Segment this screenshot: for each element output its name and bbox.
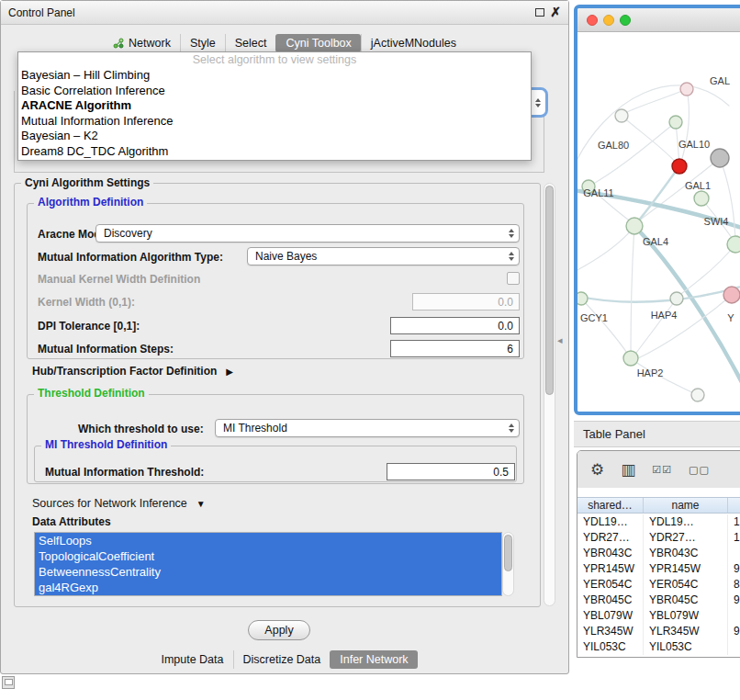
network-node[interactable] [623, 351, 638, 366]
algorithm-option-mutual-information-inference[interactable]: Mutual Information Inference [18, 114, 531, 130]
tab-cyni-toolbox[interactable]: Cyni Toolbox [275, 34, 360, 52]
column-header-name[interactable]: name [644, 498, 728, 513]
table-row[interactable]: YDR27…YDR27…12 [577, 530, 740, 546]
hub-definition-toggle[interactable]: Hub/Transcription Factor Definition ▶ [32, 365, 233, 378]
network-node[interactable] [723, 287, 740, 303]
network-node-label-swi4: SWI4 [704, 216, 729, 227]
close-window-button[interactable] [587, 15, 598, 26]
tab-style[interactable]: Style [180, 34, 225, 52]
table-row[interactable]: YBL079WYBL079W [577, 608, 740, 624]
aracne-mode-select[interactable]: Discovery [95, 224, 520, 243]
algorithm-dropdown-popup: Select algorithm to view settings Bayesi… [17, 51, 532, 161]
table-cell: 9. [728, 593, 740, 608]
tab-discretize-data[interactable]: Discretize Data [233, 650, 331, 669]
mi-type-select[interactable]: Naive Bayes [247, 247, 520, 265]
screen: Control Panel ✗ NetworkStyleSelectCyni T… [0, 0, 740, 700]
network-node-label-y: Y [727, 312, 734, 323]
scrollbar-thumb[interactable] [545, 186, 554, 395]
cyni-bottom-tabs: Impute DataDiscretize DataInfer Network [1, 649, 568, 671]
network-node-label-gal80: GAL80 [598, 140, 629, 151]
network-node[interactable] [615, 109, 628, 122]
table-cell: YBR045C [577, 593, 644, 608]
combo-arrows-icon [509, 229, 514, 238]
table-toolbar: ⚙ ▥ ☑☑ ▢▢ [577, 451, 740, 488]
network-edge [636, 295, 732, 359]
network-node[interactable] [672, 159, 687, 174]
settings-scrollbar[interactable] [544, 183, 555, 606]
network-node[interactable] [669, 116, 682, 129]
table-cell: YBR043C [577, 546, 644, 561]
minimized-panel-icon[interactable] [2, 676, 15, 689]
scrollbar-thumb[interactable] [504, 535, 512, 571]
tab-select[interactable]: Select [225, 34, 276, 52]
attribute-item-topologicalcoefficient[interactable]: TopologicalCoefficient [35, 548, 501, 564]
algorithm-option-basic-correlation-inference[interactable]: Basic Correlation Inference [18, 84, 531, 99]
mi-threshold-input[interactable]: 0.5 [387, 463, 515, 480]
algorithm-option-bayesian-hill-climbing[interactable]: Bayesian – Hill Climbing [18, 68, 531, 84]
network-node[interactable] [577, 292, 588, 305]
minimize-window-button[interactable] [603, 15, 614, 26]
algorithm-option-aracne-algorithm[interactable]: ARACNE Algorithm [18, 98, 531, 114]
network-node[interactable] [694, 191, 709, 206]
table-cell: YER054C [644, 577, 728, 593]
table-cell: YBL079W [577, 608, 644, 624]
manual-kernel-width-checkbox[interactable] [507, 272, 520, 285]
attribute-item-betweennesscentrality[interactable]: BetweennessCentrality [35, 564, 501, 580]
kernel-width-input[interactable]: 0.0 [412, 293, 520, 310]
table-row[interactable]: YIL053CYIL053C [577, 639, 740, 655]
algorithm-option-dream8-dc-tdc-algorithm[interactable]: Dream8 DC_TDC Algorithm [18, 144, 531, 160]
network-node[interactable] [670, 292, 683, 305]
network-node[interactable] [680, 83, 693, 96]
tab-jactivemnodules[interactable]: jActiveMNodules [361, 34, 465, 52]
mi-steps-input[interactable]: 6 [390, 340, 520, 357]
dpi-tolerance-input[interactable]: 0.0 [390, 317, 520, 334]
attribute-item-gal4rgexp[interactable]: gal4RGexp [35, 580, 501, 595]
network-node-label-hap4: HAP4 [651, 310, 678, 321]
network-node[interactable] [691, 389, 704, 401]
network-node-label-gal11: GAL11 [583, 187, 613, 198]
show-columns-icon[interactable]: ▥ [621, 462, 635, 478]
tab-network[interactable]: Network [104, 34, 180, 52]
table-cell: YBL079W [644, 608, 728, 624]
table-cell: YPR145W [644, 561, 728, 577]
close-panel-icon[interactable]: ✗ [550, 5, 561, 19]
column-header-2[interactable] [728, 498, 740, 513]
table-row[interactable]: YER054CYER054C8. [577, 577, 740, 593]
tab-impute-data[interactable]: Impute Data [151, 650, 232, 669]
network-window-titlebar[interactable] [577, 8, 740, 32]
select-all-columns-icon[interactable]: ☑☑ [652, 465, 672, 475]
table-row[interactable]: YLR345WYLR345W9. [577, 624, 740, 639]
tab-infer-network[interactable]: Infer Network [330, 650, 417, 669]
network-canvas[interactable]: GALGAL80GAL10GAL11GAL1SWI4GAL4GCY1HAP4HA… [577, 32, 740, 412]
table-row[interactable]: YBR045CYBR045C9. [577, 593, 740, 608]
network-node[interactable] [727, 236, 740, 253]
attribute-item-selfloops[interactable]: SelfLoops [35, 533, 501, 548]
algorithm-placeholder: Select algorithm to view settings [18, 52, 531, 68]
network-edge [577, 229, 633, 273]
column-header-shared[interactable]: shared… [577, 498, 644, 513]
table-settings-gear-icon[interactable]: ⚙ [590, 462, 604, 478]
unselect-all-columns-icon[interactable]: ▢▢ [689, 465, 710, 475]
aracne-mode-value: Discovery [104, 227, 152, 240]
attributes-scrollbar[interactable] [502, 532, 514, 596]
network-node[interactable] [626, 218, 643, 234]
table-cell: YBR043C [644, 546, 728, 561]
which-threshold-select[interactable]: MI Threshold [215, 419, 520, 437]
table-panel-header: Table Panel [574, 421, 740, 447]
split-pane-handle[interactable]: ◂ [557, 334, 563, 346]
network-edge [720, 158, 735, 242]
table-cell [728, 608, 740, 624]
float-window-icon[interactable] [535, 8, 544, 17]
table-row[interactable]: YBR043CYBR043C [577, 546, 740, 561]
network-node[interactable] [711, 149, 729, 167]
algorithm-option-bayesian-k2[interactable]: Bayesian – K2 [18, 129, 531, 144]
network-graph: GALGAL80GAL10GAL11GAL1SWI4GAL4GCY1HAP4HA… [577, 32, 740, 412]
sources-toggle[interactable]: Sources for Network Inference ▼ [32, 497, 206, 510]
table-row[interactable]: YDL19…YDL19…13 [577, 514, 740, 530]
apply-button[interactable]: Apply [248, 620, 310, 640]
network-edge [631, 226, 634, 356]
table-cell [728, 546, 740, 561]
table-cell: YER054C [577, 577, 644, 593]
zoom-window-button[interactable] [620, 15, 631, 26]
table-row[interactable]: YPR145WYPR145W9. [577, 561, 740, 577]
